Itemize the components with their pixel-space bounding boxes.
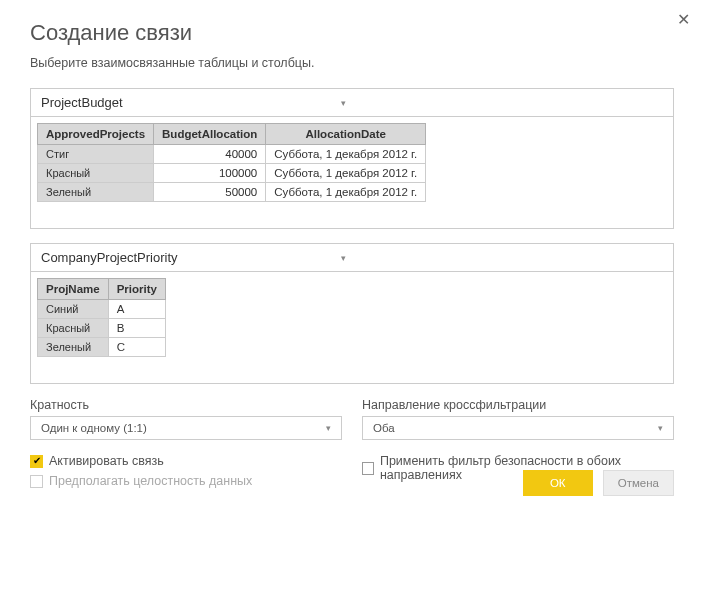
dialog-subtitle: Выберите взаимосвязанные таблицы и столб… <box>30 56 674 70</box>
checkbox-label: Активировать связь <box>49 454 164 468</box>
second-table-preview: ProjName Priority Синий A Красный B Зеле… <box>31 272 673 383</box>
column-header[interactable]: Priority <box>108 279 165 300</box>
cancel-button[interactable]: Отмена <box>603 470 674 496</box>
second-table-select-value: CompanyProjectPriority <box>41 250 178 265</box>
cell: A <box>108 300 165 319</box>
cell: Суббота, 1 декабря 2012 г. <box>266 145 426 164</box>
second-table-select[interactable]: CompanyProjectPriority ▾ <box>31 244 356 271</box>
crossfilter-label: Направление кроссфильтрации <box>362 398 674 412</box>
assume-integrity-checkbox: Предполагать целостность данных <box>30 474 342 488</box>
column-header[interactable]: ProjName <box>38 279 109 300</box>
table-row: Красный 100000 Суббота, 1 декабря 2012 г… <box>38 164 426 183</box>
cell: Суббота, 1 декабря 2012 г. <box>266 183 426 202</box>
table-row: Красный B <box>38 319 166 338</box>
dialog-title: Создание связи <box>30 20 674 46</box>
first-table-grid: ApprovedProjects BudgetAllocation Alloca… <box>37 123 426 202</box>
checkbox-unchecked-icon <box>362 462 374 475</box>
cell: 50000 <box>154 183 266 202</box>
activate-relationship-checkbox[interactable]: ✔ Активировать связь <box>30 454 342 468</box>
first-table-select[interactable]: ProjectBudget ▾ <box>31 89 356 116</box>
cell: Стиг <box>38 145 154 164</box>
table-row: Стиг 40000 Суббота, 1 декабря 2012 г. <box>38 145 426 164</box>
cell: C <box>108 338 165 357</box>
cell: Зеленый <box>38 183 154 202</box>
first-table-select-value: ProjectBudget <box>41 95 123 110</box>
cell: 100000 <box>154 164 266 183</box>
second-table-grid: ProjName Priority Синий A Красный B Зеле… <box>37 278 166 357</box>
close-icon[interactable]: ✕ <box>677 10 690 29</box>
chevron-down-icon: ▾ <box>341 253 346 263</box>
second-table-block: CompanyProjectPriority ▾ ProjName Priori… <box>30 243 674 384</box>
table-row: Зеленый C <box>38 338 166 357</box>
cell: B <box>108 319 165 338</box>
ok-button[interactable]: ОК <box>523 470 593 496</box>
table-row: Зеленый 50000 Суббота, 1 декабря 2012 г. <box>38 183 426 202</box>
crossfilter-select[interactable]: Оба ▾ <box>362 416 674 440</box>
cell: 40000 <box>154 145 266 164</box>
table-row: Синий A <box>38 300 166 319</box>
cell: Суббота, 1 декабря 2012 г. <box>266 164 426 183</box>
options-row: Кратность Один к одному (1:1) ▾ Направле… <box>30 398 674 440</box>
cell: Красный <box>38 164 154 183</box>
first-table-preview: ApprovedProjects BudgetAllocation Alloca… <box>31 117 673 228</box>
chevron-down-icon: ▾ <box>326 423 331 433</box>
crossfilter-value: Оба <box>373 422 395 434</box>
first-table-block: ProjectBudget ▾ ApprovedProjects BudgetA… <box>30 88 674 229</box>
chevron-down-icon: ▾ <box>341 98 346 108</box>
column-header[interactable]: ApprovedProjects <box>38 124 154 145</box>
cell: Красный <box>38 319 109 338</box>
checkbox-label: Предполагать целостность данных <box>49 474 252 488</box>
dialog-footer: ОК Отмена <box>523 470 674 496</box>
cell: Синий <box>38 300 109 319</box>
checkbox-checked-icon: ✔ <box>30 455 43 468</box>
cardinality-value: Один к одному (1:1) <box>41 422 147 434</box>
column-header[interactable]: BudgetAllocation <box>154 124 266 145</box>
create-relationship-dialog: ✕ Создание связи Выберите взаимосвязанны… <box>0 0 704 512</box>
chevron-down-icon: ▾ <box>658 423 663 433</box>
cardinality-label: Кратность <box>30 398 342 412</box>
column-header[interactable]: AllocationDate <box>266 124 426 145</box>
checkbox-unchecked-icon <box>30 475 43 488</box>
cell: Зеленый <box>38 338 109 357</box>
cardinality-select[interactable]: Один к одному (1:1) ▾ <box>30 416 342 440</box>
